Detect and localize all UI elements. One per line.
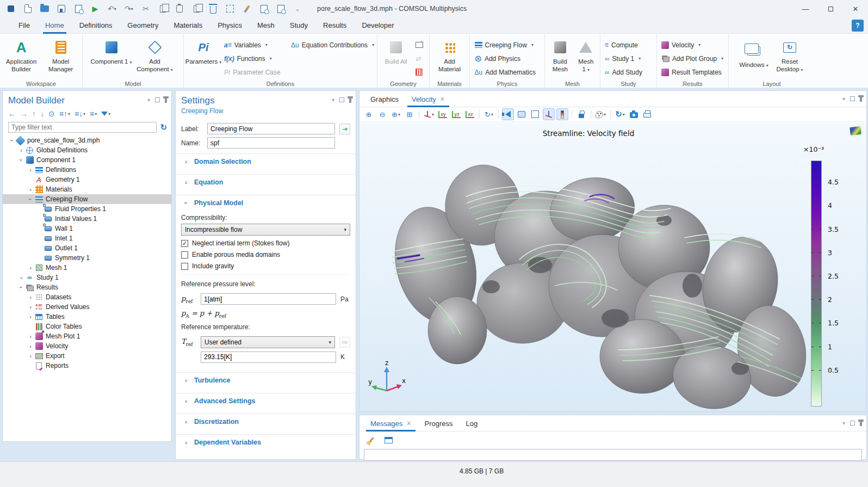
reference-pressure-input[interactable] [201,293,336,305]
tree-item-velocity[interactable]: ›Velocity [3,341,171,351]
add-physics-button[interactable]: ⊛ Add Physics [473,52,542,65]
add-study-button[interactable]: ∞ Add Study [603,65,654,79]
tree-item-results[interactable]: ›Results [3,282,171,292]
tree-item-initial-values-1[interactable]: Initial Values 1 [3,214,171,224]
panel-pin-icon[interactable] [165,98,167,103]
section-discretization[interactable]: ›Discretization [176,414,356,429]
parameter-case-button[interactable]: Pi Parameter Case [222,65,288,79]
view-yz-button[interactable]: yz [450,108,462,120]
orientation-button[interactable] [543,108,555,120]
chevron-icon[interactable]: › [27,186,34,193]
zoom-out-button[interactable]: ⊖ [376,108,388,120]
tab-graphics[interactable]: Graphics [365,92,404,107]
panel-pin-icon[interactable] [860,97,862,102]
rotate-button[interactable]: ↻▾ [483,108,495,120]
filter-menu-button[interactable]: ▾ [101,112,110,116]
include-gravity-checkbox[interactable]: Include gravity [181,262,350,270]
tab-physics[interactable]: Physics [210,17,250,34]
chevron-icon[interactable]: › [27,264,34,271]
refresh-icon[interactable]: ↻ [160,122,167,132]
delete-button[interactable] [207,2,220,15]
close-button[interactable]: ✕ [843,0,868,17]
collapse-menu-button[interactable]: ≡↑▾ [59,109,70,118]
tree-item-definitions[interactable]: ›Definitions [3,165,171,175]
delete-sequence-button[interactable] [413,65,427,79]
maximize-button[interactable] [818,0,843,17]
label-options-button[interactable]: ⇥ [339,124,350,134]
study-1-button[interactable]: ∞ Study 1 [603,52,654,65]
label-input[interactable] [207,123,335,134]
view-xz-button[interactable]: xz [464,108,476,120]
chevron-icon[interactable]: › [27,167,34,173]
show-menu-button[interactable]: ⊙ [48,109,55,118]
reset-desktop-button[interactable]: ↻ Reset Desktop [772,36,807,78]
tree-item-mesh-1[interactable]: ›Mesh 1 [3,263,171,273]
save-button[interactable] [55,2,68,15]
tab-velocity[interactable]: Velocity✕ [406,92,450,107]
panel-menu-icon[interactable]: ▾ [842,420,845,426]
go-to-view-button[interactable]: ▾ [423,108,435,120]
functions-button[interactable]: f(x) Functions [222,52,288,65]
open-button[interactable] [38,2,51,15]
add-plot-group-button[interactable]: Add Plot Group [659,52,726,65]
close-tab-icon[interactable]: ✕ [440,96,445,103]
transparency-button[interactable] [516,108,528,120]
variables-button[interactable]: a= Variables [222,38,288,52]
section-equation[interactable]: ›Equation [176,174,356,190]
chevron-icon[interactable]: › [27,353,34,359]
tab-home[interactable]: Home [38,17,72,34]
move-down-button[interactable]: ↓ [40,109,44,118]
reference-temperature-input[interactable] [201,352,336,363]
tab-mesh[interactable]: Mesh [250,17,282,34]
color-legend-button[interactable] [556,108,568,120]
tree-item-tables[interactable]: ›Tables [3,312,171,322]
print-button[interactable] [641,108,653,120]
expand-menu-button[interactable]: ≡↓▾ [75,109,85,118]
chevron-icon[interactable]: › [27,313,34,320]
tree-item-color-tables[interactable]: Color Tables [3,322,171,331]
close-tab-icon[interactable]: ✕ [406,420,411,427]
tree-item-reports[interactable]: Reports [3,361,171,371]
tab-messages[interactable]: Messages✕ [365,416,417,431]
panel-pin-icon[interactable] [349,98,351,103]
material-sweep-button[interactable] [240,2,253,15]
component-1-button[interactable]: Component 1 [90,36,133,78]
panel-float-icon[interactable] [339,97,344,102]
chevron-icon[interactable]: › [18,156,24,164]
velocity-ribbon-button[interactable]: Velocity [659,38,726,52]
add-material-button[interactable]: Add Material [432,36,467,78]
add-component-button[interactable]: Add Component [134,36,176,78]
tree-item-derived-values[interactable]: ›8.85e-12Derived Values [3,302,171,312]
duplicate-button[interactable] [190,2,203,15]
section-advanced-settings[interactable]: ›Advanced Settings [176,393,356,409]
tab-progress[interactable]: Progress [419,416,458,431]
tree-item-global-definitions[interactable]: ›Global Definitions [3,145,171,155]
redo-button[interactable]: ↷▾ [122,2,135,15]
back-button[interactable]: ← [8,109,16,118]
model-manager-button[interactable]: Model Manager [42,36,80,78]
zoom-box-button[interactable]: ⊕▾ [390,108,402,120]
parameters-button[interactable]: Pi Parameters [186,36,221,78]
message-table-button[interactable] [382,434,394,446]
add-mathematics-button[interactable]: Δu Add Mathematics [473,65,542,79]
panel-menu-icon[interactable]: ▾ [332,97,334,103]
filter-input[interactable] [8,122,157,133]
chevron-icon[interactable]: › [17,274,25,281]
grid-button[interactable] [529,108,541,120]
scene-light-button[interactable] [502,108,514,120]
mesh-1-button[interactable]: Mesh 1 [574,36,598,78]
save-as-button[interactable] [72,2,85,15]
move-up-button[interactable]: ↑ [32,109,36,118]
forward-button[interactable]: → [20,109,28,118]
section-turbulence[interactable]: ›Turbulence [176,372,356,388]
tab-file[interactable]: File [11,17,38,34]
tab-materials[interactable]: Materials [166,17,210,34]
tree-item-mesh-plot-1[interactable]: ›Mesh Plot 1 [3,331,171,341]
chevron-icon[interactable]: › [18,283,24,291]
zoom-extents-button[interactable]: ⊞ [404,108,416,120]
temperature-source-button[interactable]: ≔ [339,337,350,348]
tree-item-export[interactable]: ›Export [3,351,171,361]
section-domain-selection[interactable]: ›Domain Selection [176,153,356,169]
lock-axes-button[interactable] [575,108,587,120]
tree-item-creeping-flow[interactable]: ›Creeping Flow [3,194,171,204]
